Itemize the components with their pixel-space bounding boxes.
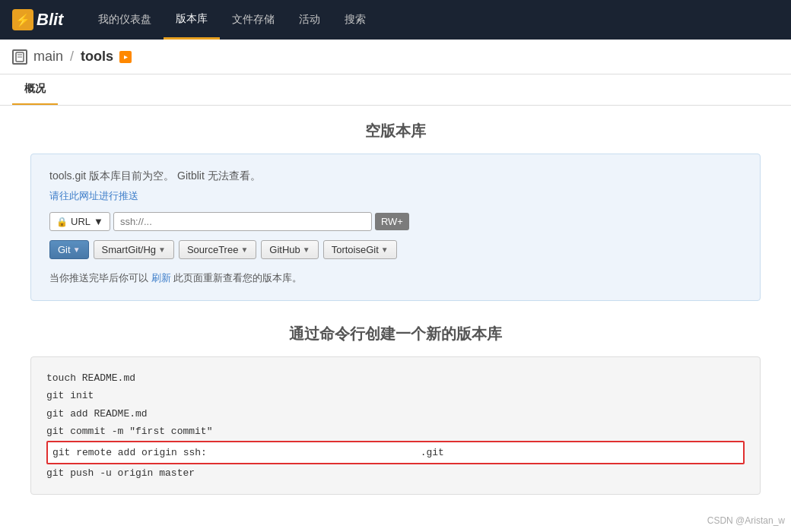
- tool-btn-sourcetree[interactable]: SourceTree ▼: [179, 240, 256, 259]
- breadcrumb-owner[interactable]: main: [33, 49, 63, 64]
- breadcrumb-repo[interactable]: tools: [81, 49, 113, 64]
- tool-btn-tortoisegit[interactable]: TortoiseGit ▼: [323, 240, 397, 259]
- url-label: URL: [71, 216, 91, 227]
- tool-btn-git[interactable]: Git ▼: [49, 240, 89, 259]
- smartgit-dropdown-icon: ▼: [158, 245, 166, 254]
- nav-item-search[interactable]: 搜索: [332, 0, 378, 40]
- url-input[interactable]: [113, 212, 372, 231]
- nav-menu: 我的仪表盘 版本库 文件存储 活动 搜索: [86, 0, 378, 40]
- tool-btn-github[interactable]: GitHub ▼: [261, 240, 318, 259]
- cmd-section-title: 通过命令行创建一个新的版本库: [30, 324, 761, 344]
- nav-item-activity[interactable]: 活动: [287, 0, 332, 40]
- breadcrumb-text: main / tools: [33, 49, 113, 65]
- tabs-bar: 概况: [0, 74, 791, 106]
- breadcrumb-separator: /: [70, 49, 74, 64]
- repo-icon: [12, 49, 27, 65]
- tab-overview[interactable]: 概况: [12, 74, 58, 105]
- main-content: 空版本库 tools.git 版本库目前为空。 Gitblit 无法查看。 请往…: [0, 106, 791, 510]
- code-box: touch README.md git init git add README.…: [30, 356, 761, 495]
- rss-icon[interactable]: ▸: [119, 51, 132, 63]
- code-line-5: git push -u origin master: [46, 464, 745, 482]
- nav-item-repos[interactable]: 版本库: [164, 0, 220, 40]
- empty-repo-box: tools.git 版本库目前为空。 Gitblit 无法查看。 请往此网址进行…: [30, 154, 761, 301]
- tool-buttons: Git ▼ SmartGit/Hg ▼ SourceTree ▼ GitHub …: [49, 240, 742, 259]
- logo-icon: ⚡: [12, 9, 33, 30]
- empty-repo-info: tools.git 版本库目前为空。 Gitblit 无法查看。: [49, 169, 742, 183]
- navigation-bar: ⚡ Blit 我的仪表盘 版本库 文件存储 活动 搜索: [0, 0, 791, 40]
- tortoisegit-dropdown-icon: ▼: [381, 245, 389, 254]
- url-type-button[interactable]: 🔒 URL ▼: [49, 212, 110, 231]
- logo-text: Blit: [37, 10, 63, 30]
- lock-icon: 🔒: [56, 217, 68, 227]
- url-dropdown-icon: ▼: [94, 216, 103, 227]
- site-logo: ⚡ Blit: [12, 9, 63, 30]
- code-line-0: touch README.md: [46, 369, 745, 387]
- url-row: 🔒 URL ▼ RW+: [49, 212, 742, 231]
- nav-item-dashboard[interactable]: 我的仪表盘: [86, 0, 164, 40]
- refresh-note: 当你推送完毕后你可以 刷新 此页面重新查看您的版本库。: [49, 271, 742, 285]
- sourcetree-dropdown-icon: ▼: [240, 245, 248, 254]
- code-line-2: git add README.md: [46, 405, 745, 423]
- nav-item-filestorage[interactable]: 文件存储: [220, 0, 287, 40]
- refresh-link[interactable]: 刷新: [151, 272, 171, 283]
- code-line-1: git init: [46, 387, 745, 404]
- breadcrumb: main / tools ▸: [0, 40, 791, 74]
- github-dropdown-icon: ▼: [303, 245, 310, 254]
- code-line-3: git commit -m "first commit": [46, 423, 745, 440]
- cmd-section: 通过命令行创建一个新的版本库 touch README.md git init …: [30, 324, 761, 495]
- tool-btn-smartgit[interactable]: SmartGit/Hg ▼: [94, 240, 174, 259]
- empty-repo-title: 空版本库: [30, 121, 761, 141]
- rw-badge: RW+: [375, 213, 409, 230]
- git-dropdown-icon: ▼: [73, 245, 81, 254]
- code-line-4: git remote add origin ssh: .git: [46, 441, 745, 464]
- push-label: 请往此网址进行推送: [49, 189, 742, 203]
